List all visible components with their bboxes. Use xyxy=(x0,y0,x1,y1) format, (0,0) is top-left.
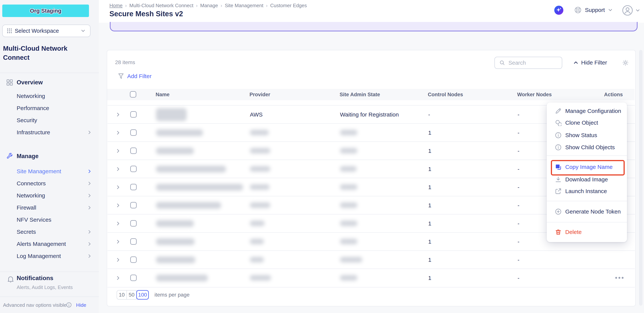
filter-funnel-icon xyxy=(118,73,124,79)
cell-control-nodes: 1 xyxy=(428,124,432,142)
support-menu[interactable]: Support xyxy=(574,6,612,14)
sidebar-item-networking-manage[interactable]: Networking xyxy=(0,190,99,202)
chevron-right-icon xyxy=(88,230,92,234)
sidebar-item-site-management[interactable]: Site Management xyxy=(0,165,99,177)
menu-divider xyxy=(547,222,627,222)
row-checkbox[interactable] xyxy=(130,129,137,136)
sidebar-item-log-management[interactable]: Log Management xyxy=(0,250,99,262)
cell-worker-nodes: - xyxy=(518,160,520,178)
cell-control-nodes: 1 xyxy=(428,215,432,233)
sidebar-item-infrastructure[interactable]: Infrastructure xyxy=(0,126,99,138)
row-checkbox[interactable] xyxy=(130,148,137,154)
expand-chevron-icon[interactable] xyxy=(116,167,120,171)
menu-item-copy-image-name[interactable]: Copy Image Name xyxy=(547,161,627,173)
expand-chevron-icon[interactable] xyxy=(116,239,120,244)
menu-item-clone-object[interactable]: Clone Object xyxy=(547,116,627,129)
redacted-name xyxy=(156,220,194,227)
expand-chevron-icon[interactable] xyxy=(116,149,120,153)
column-provider[interactable]: Provider xyxy=(250,89,270,100)
expand-chevron-icon[interactable] xyxy=(116,221,120,226)
sidebar-item-nfv-services[interactable]: NFV Services xyxy=(0,214,99,226)
row-checkbox[interactable] xyxy=(130,220,137,227)
row-checkbox[interactable] xyxy=(130,202,137,208)
expand-chevron-icon[interactable] xyxy=(116,276,120,280)
ai-assistant-button[interactable] xyxy=(554,6,563,15)
menu-item-generate-node-token[interactable]: Generate Node Token xyxy=(547,205,627,218)
sidebar-item-firewall[interactable]: Firewall xyxy=(0,202,99,214)
add-filter-label: Add Filter xyxy=(127,73,152,79)
row-checkbox[interactable] xyxy=(130,166,137,172)
sidebar-item-alerts-management[interactable]: Alerts Management xyxy=(0,238,99,250)
redacted-state xyxy=(340,166,357,172)
chevron-right-icon xyxy=(88,130,92,134)
hide-nav-link[interactable]: Hide xyxy=(76,302,86,308)
sidebar-item-overview[interactable]: Overview xyxy=(0,76,99,88)
chevron-down-icon xyxy=(608,8,612,12)
sidebar-item-performance[interactable]: Performance xyxy=(0,102,99,114)
chevron-right-icon xyxy=(88,194,92,198)
sidebar-item-label: Site Management xyxy=(17,168,61,175)
hide-filter-toggle[interactable]: Hide Filter xyxy=(574,59,607,66)
add-filter-button[interactable]: Add Filter xyxy=(118,73,152,79)
expand-chevron-icon[interactable] xyxy=(116,130,120,135)
menu-item-show-child-objects[interactable]: Show Child Objects xyxy=(547,141,627,154)
page-size-100[interactable]: 100 xyxy=(136,290,149,300)
redacted-provider xyxy=(250,275,271,281)
column-worker-nodes[interactable]: Worker Nodes xyxy=(517,89,552,100)
menu-item-download-image[interactable]: Download Image xyxy=(547,173,627,186)
column-control-nodes[interactable]: Control Nodes xyxy=(428,89,463,100)
sidebar-item-connectors[interactable]: Connectors xyxy=(0,177,99,190)
breadcrumb-item[interactable]: Multi-Cloud Network Connect xyxy=(129,3,193,8)
gear-icon[interactable] xyxy=(622,59,629,66)
column-name[interactable]: Name xyxy=(156,89,170,100)
search-input[interactable] xyxy=(508,59,555,66)
redacted-state xyxy=(340,148,358,154)
column-site-admin-state[interactable]: Site Admin State xyxy=(340,89,380,100)
row-checkbox[interactable] xyxy=(130,184,137,190)
row-actions-button[interactable] xyxy=(615,277,624,279)
sidebar-item-secrets[interactable]: Secrets xyxy=(0,226,99,238)
page-size-50[interactable]: 50 xyxy=(126,290,137,300)
redacted-name xyxy=(156,257,195,263)
redacted-provider xyxy=(250,148,270,154)
scrollbar-track[interactable] xyxy=(639,50,642,306)
info-icon xyxy=(555,132,562,138)
expand-chevron-icon[interactable] xyxy=(116,112,120,117)
chevron-right-icon xyxy=(88,242,92,246)
life-ring-icon xyxy=(574,6,582,14)
redacted-name xyxy=(156,184,243,191)
table-row[interactable]: 1 - xyxy=(108,250,635,269)
menu-item-delete[interactable]: Delete xyxy=(547,226,627,238)
breadcrumb-item[interactable]: Manage xyxy=(200,3,218,8)
sidebar-item-label: Overview xyxy=(17,79,43,86)
row-checkbox[interactable] xyxy=(130,111,137,118)
expand-chevron-icon[interactable] xyxy=(116,258,120,262)
menu-item-launch-instance[interactable]: Launch Instance xyxy=(547,185,627,197)
sparkle-icon xyxy=(554,6,563,15)
org-staging-button[interactable]: Org Staging xyxy=(2,4,89,17)
search-box[interactable] xyxy=(494,57,562,69)
sidebar-item-notifications[interactable]: Notifications xyxy=(17,275,54,282)
breadcrumb-item[interactable]: Site Management xyxy=(225,3,263,8)
sidebar-item-manage[interactable]: Manage xyxy=(0,150,99,162)
page-size-10[interactable]: 10 xyxy=(116,290,127,300)
sidebar-item-security[interactable]: Security xyxy=(0,114,99,126)
row-checkbox[interactable] xyxy=(130,275,137,281)
select-all-checkbox[interactable] xyxy=(130,91,136,98)
menu-item-show-status[interactable]: Show Status xyxy=(547,129,627,141)
row-checkbox[interactable] xyxy=(130,257,137,263)
sidebar-item-networking-overview[interactable]: Networking xyxy=(0,90,99,102)
workspace-selector[interactable]: Select Workspace xyxy=(2,24,90,37)
account-menu[interactable] xyxy=(622,5,640,16)
menu-item-label: Delete xyxy=(565,229,582,235)
breadcrumb-home[interactable]: Home xyxy=(110,3,122,8)
table-row[interactable]: 1 - xyxy=(108,269,635,288)
breadcrumb-item[interactable]: Customer Edges xyxy=(270,3,307,8)
row-checkbox[interactable] xyxy=(130,238,137,245)
expand-chevron-icon[interactable] xyxy=(116,203,120,208)
expand-chevron-icon[interactable] xyxy=(116,185,120,190)
menu-item-manage-configuration[interactable]: Manage Configuration xyxy=(547,105,627,117)
menu-item-label: Clone Object xyxy=(565,119,598,126)
launch-external-icon xyxy=(555,188,562,194)
redacted-state xyxy=(340,275,358,281)
